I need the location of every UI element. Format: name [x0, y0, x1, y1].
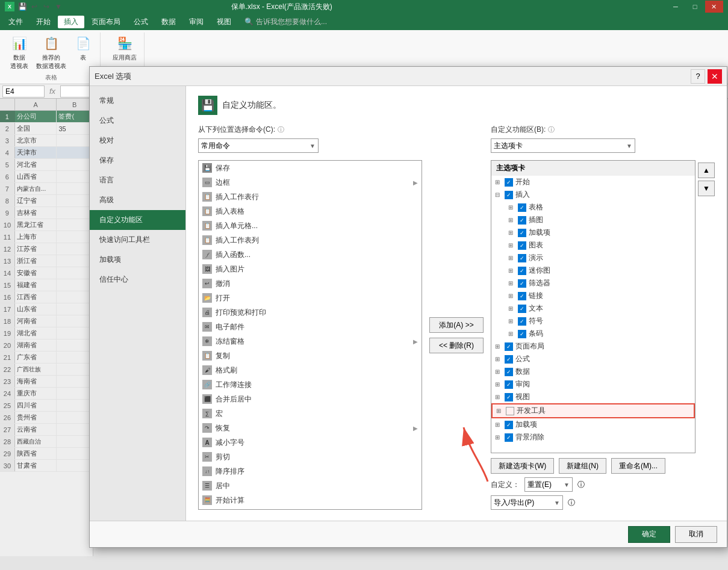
list-item[interactable]: ⬛ 合并后居中	[199, 392, 422, 406]
nav-item-formula[interactable]: 公式	[90, 111, 185, 131]
menu-home[interactable]: 开始	[30, 16, 57, 28]
tree-item-charts[interactable]: ⊞ 图表	[491, 239, 695, 252]
nav-item-quick-access[interactable]: 快速访问工具栏	[90, 230, 185, 250]
tree-expand-icon[interactable]: ⊞	[508, 330, 515, 337]
command-list[interactable]: 💾 保存 ▭ 边框 ▶ 📋 插入工作表行	[198, 160, 422, 510]
nav-item-addins[interactable]: 加载项	[90, 250, 185, 270]
menu-view[interactable]: 视图	[211, 16, 237, 28]
list-item[interactable]: ❄ 冻结窗格 ▶	[199, 334, 422, 349]
list-item[interactable]: 📋 复制	[199, 349, 422, 363]
tree-item-tables[interactable]: ⊞ 表格	[491, 201, 695, 214]
tree-checkbox-tours[interactable]	[518, 254, 526, 262]
confirm-btn[interactable]: 确定	[628, 526, 670, 543]
tree-checkbox-sparklines[interactable]	[518, 267, 526, 275]
tree-checkbox-pagelayout[interactable]	[505, 342, 513, 351]
menu-file[interactable]: 文件	[2, 16, 29, 28]
nav-item-trust-center[interactable]: 信任中心	[90, 270, 185, 290]
list-item[interactable]: 🖨 快速打印	[199, 507, 422, 510]
tree-checkbox-developer[interactable]	[506, 407, 514, 415]
tree-item-addins2[interactable]: ⊞ 加载项	[491, 418, 695, 431]
recommend-pivot-btn[interactable]: 📋 推荐的数据透视表	[34, 33, 69, 72]
menu-data[interactable]: 数据	[155, 16, 182, 28]
menu-insert[interactable]: 插入	[58, 16, 84, 28]
list-item[interactable]: ▭ 边框 ▶	[199, 175, 422, 190]
tree-expand-icon[interactable]: ⊞	[508, 204, 515, 211]
dialog-close-btn[interactable]: ✕	[708, 69, 722, 84]
ribbon-target-dropdown[interactable]: 主选项卡 ▼	[491, 138, 635, 153]
tree-item-data[interactable]: ⊞ 数据	[491, 365, 695, 378]
redo-btn[interactable]: ↪	[41, 1, 52, 12]
tree-checkbox-addins[interactable]	[518, 229, 526, 237]
new-group-btn[interactable]: 新建组(N)	[559, 458, 606, 474]
nav-item-proofing[interactable]: 校对	[90, 131, 185, 150]
tree-expand-icon[interactable]: ⊞	[495, 356, 502, 362]
tree-item-text[interactable]: ⊞ 文本	[491, 302, 695, 315]
tree-item-view[interactable]: ⊞ 视图	[491, 391, 695, 403]
list-item[interactable]: 𝑓 插入函数...	[199, 247, 422, 262]
maximize-btn[interactable]: □	[686, 1, 704, 13]
tree-expand-icon[interactable]: ⊞	[495, 394, 502, 400]
export-dropdown[interactable]: 导入/导出(P) ▼	[491, 495, 563, 510]
tree-expand-icon[interactable]: ⊞	[495, 343, 502, 350]
tree-expand-icon[interactable]: ⊞	[508, 267, 515, 274]
nav-item-general[interactable]: 常规	[90, 91, 185, 111]
tree-checkbox-symbols[interactable]	[518, 317, 526, 326]
tree-checkbox-tables[interactable]	[518, 203, 526, 212]
tree-checkbox-review[interactable]	[505, 380, 513, 389]
tree-expand-icon[interactable]: ⊞	[508, 280, 515, 287]
tree-item-start[interactable]: ⊞ 开始	[491, 176, 695, 188]
tree-checkbox-links[interactable]	[518, 292, 526, 300]
new-tab-btn[interactable]: 新建选项卡(W)	[491, 458, 554, 474]
tree-expand-icon[interactable]: ⊞	[495, 381, 502, 388]
tree-checkbox-insert[interactable]	[505, 191, 513, 199]
customize-quick-btn[interactable]: ▼	[53, 1, 64, 12]
add-command-btn[interactable]: 添加(A) >>	[429, 317, 484, 333]
nav-item-language[interactable]: 语言	[90, 170, 185, 190]
tree-expand-icon[interactable]: ⊞	[495, 179, 502, 185]
tree-checkbox-data[interactable]	[505, 368, 513, 376]
nav-item-advanced[interactable]: 高级	[90, 190, 185, 210]
undo-btn[interactable]: ↩	[29, 1, 40, 12]
list-item[interactable]: 🖌 格式刷	[199, 363, 422, 377]
list-item[interactable]: 🖨 打印预览和打印	[199, 305, 422, 320]
tree-checkbox-background[interactable]	[505, 433, 513, 442]
nav-item-customize-ribbon[interactable]: 自定义功能区	[90, 210, 185, 230]
tree-expand-icon[interactable]: ⊞	[508, 242, 515, 249]
tree-item-pagelayout[interactable]: ⊞ 页面布局	[491, 340, 695, 353]
tree-checkbox-charts[interactable]	[518, 241, 526, 250]
list-item[interactable]: ↩ 撤消	[199, 276, 422, 291]
tree-checkbox-formulas[interactable]	[505, 355, 513, 364]
move-up-btn[interactable]: ▲	[698, 163, 715, 178]
tree-item-addins[interactable]: ⊞ 加载项	[491, 226, 695, 239]
list-item[interactable]: 💾 保存	[199, 161, 422, 175]
list-item[interactable]: ✂ 剪切	[199, 450, 422, 464]
list-item[interactable]: 🧮 开始计算	[199, 493, 422, 507]
remove-command-btn[interactable]: << 删除(R)	[429, 338, 484, 353]
list-item[interactable]: 📋 插入工作表列	[199, 233, 422, 247]
pivot-table-btn[interactable]: 📊 数据透视表	[7, 33, 31, 72]
tree-item-insert[interactable]: ⊟ 插入	[491, 188, 695, 201]
cancel-btn[interactable]: 取消	[675, 526, 717, 543]
tree-item-illustrations[interactable]: ⊞ 插图	[491, 214, 695, 226]
list-item[interactable]: 📋 插入表格	[199, 204, 422, 218]
tree-expand-icon[interactable]: ⊞	[508, 229, 515, 236]
cell-reference-input[interactable]: E4	[2, 85, 45, 98]
reset-dropdown[interactable]: 重置(E) ▼	[524, 477, 573, 492]
tree-checkbox-filters[interactable]	[518, 279, 526, 288]
list-item[interactable]: ☰ 居中	[199, 479, 422, 493]
menu-review[interactable]: 审阅	[183, 16, 210, 28]
list-item[interactable]: A 减小字号	[199, 435, 422, 450]
minimize-btn[interactable]: ─	[667, 1, 685, 13]
tree-item-barcode[interactable]: ⊞ 条码	[491, 327, 695, 340]
tree-item-links[interactable]: ⊞ 链接	[491, 290, 695, 302]
tree-item-filters[interactable]: ⊞ 筛选器	[491, 277, 695, 290]
command-source-dropdown[interactable]: 常用命令 ▼	[198, 138, 319, 153]
ribbon-tree[interactable]: 主选项卡 ⊞ 开始 ⊟	[491, 160, 695, 453]
tree-checkbox-barcode[interactable]	[518, 330, 526, 338]
list-item[interactable]: ∑ 宏	[199, 406, 422, 421]
nav-item-save[interactable]: 保存	[90, 150, 185, 170]
tree-expand-icon[interactable]: ⊞	[508, 255, 515, 261]
tree-item-review[interactable]: ⊞ 审阅	[491, 378, 695, 391]
tree-item-sparklines[interactable]: ⊞ 迷你图	[491, 264, 695, 277]
tree-expand-icon[interactable]: ⊞	[508, 217, 515, 223]
